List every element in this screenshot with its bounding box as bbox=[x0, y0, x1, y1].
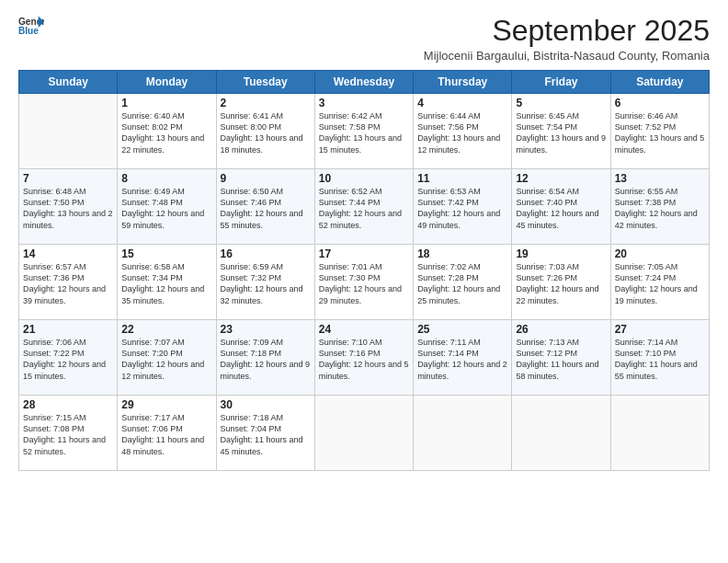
day-number: 23 bbox=[221, 323, 311, 336]
table-row: 24Sunrise: 7:10 AM Sunset: 7:16 PM Dayli… bbox=[314, 320, 413, 396]
table-row: 30Sunrise: 7:18 AM Sunset: 7:04 PM Dayli… bbox=[216, 396, 314, 471]
day-number: 17 bbox=[319, 247, 409, 260]
calendar-row: 14Sunrise: 6:57 AM Sunset: 7:36 PM Dayli… bbox=[19, 245, 710, 320]
day-info: Sunrise: 6:52 AM Sunset: 7:44 PM Dayligh… bbox=[319, 186, 409, 231]
table-row: 12Sunrise: 6:54 AM Sunset: 7:40 PM Dayli… bbox=[512, 169, 610, 245]
day-number: 18 bbox=[417, 247, 507, 260]
logo: General Blue bbox=[18, 15, 44, 40]
table-row: 6Sunrise: 6:46 AM Sunset: 7:52 PM Daylig… bbox=[610, 94, 709, 169]
calendar-header-row: Sunday Monday Tuesday Wednesday Thursday… bbox=[19, 71, 710, 94]
day-info: Sunrise: 6:44 AM Sunset: 7:56 PM Dayligh… bbox=[417, 110, 507, 155]
col-wednesday: Wednesday bbox=[314, 71, 413, 94]
col-sunday: Sunday bbox=[19, 71, 118, 94]
day-number: 26 bbox=[516, 323, 606, 336]
day-number: 22 bbox=[121, 323, 211, 336]
table-row: 16Sunrise: 6:59 AM Sunset: 7:32 PM Dayli… bbox=[216, 245, 314, 320]
day-number: 21 bbox=[23, 323, 113, 336]
table-row: 5Sunrise: 6:45 AM Sunset: 7:54 PM Daylig… bbox=[512, 94, 610, 169]
table-row: 21Sunrise: 7:06 AM Sunset: 7:22 PM Dayli… bbox=[19, 320, 118, 396]
day-number: 7 bbox=[23, 172, 113, 185]
day-info: Sunrise: 7:11 AM Sunset: 7:14 PM Dayligh… bbox=[417, 337, 507, 382]
day-info: Sunrise: 6:50 AM Sunset: 7:46 PM Dayligh… bbox=[221, 186, 311, 231]
day-number: 3 bbox=[319, 97, 409, 109]
table-row: 11Sunrise: 6:53 AM Sunset: 7:42 PM Dayli… bbox=[414, 169, 512, 245]
table-row: 1Sunrise: 6:40 AM Sunset: 8:02 PM Daylig… bbox=[118, 94, 216, 169]
day-info: Sunrise: 7:15 AM Sunset: 7:08 PM Dayligh… bbox=[23, 412, 113, 457]
subtitle: Mijlocenii Bargaului, Bistrita-Nasaud Co… bbox=[424, 49, 710, 63]
table-row: 10Sunrise: 6:52 AM Sunset: 7:44 PM Dayli… bbox=[314, 169, 413, 245]
table-row: 17Sunrise: 7:01 AM Sunset: 7:30 PM Dayli… bbox=[314, 245, 413, 320]
day-info: Sunrise: 7:03 AM Sunset: 7:26 PM Dayligh… bbox=[516, 261, 606, 306]
day-number: 30 bbox=[221, 398, 311, 411]
table-row: 14Sunrise: 6:57 AM Sunset: 7:36 PM Dayli… bbox=[19, 245, 118, 320]
day-number: 2 bbox=[221, 97, 311, 109]
table-row: 25Sunrise: 7:11 AM Sunset: 7:14 PM Dayli… bbox=[414, 320, 512, 396]
day-info: Sunrise: 6:58 AM Sunset: 7:34 PM Dayligh… bbox=[121, 261, 211, 306]
logo-icon: General Blue bbox=[18, 15, 44, 40]
day-info: Sunrise: 6:48 AM Sunset: 7:50 PM Dayligh… bbox=[23, 186, 113, 231]
table-row: 3Sunrise: 6:42 AM Sunset: 7:58 PM Daylig… bbox=[314, 94, 413, 169]
col-tuesday: Tuesday bbox=[216, 71, 314, 94]
day-number: 19 bbox=[516, 247, 606, 260]
day-info: Sunrise: 6:41 AM Sunset: 8:00 PM Dayligh… bbox=[221, 110, 311, 155]
table-row: 23Sunrise: 7:09 AM Sunset: 7:18 PM Dayli… bbox=[216, 320, 314, 396]
day-info: Sunrise: 6:46 AM Sunset: 7:52 PM Dayligh… bbox=[615, 110, 705, 155]
calendar-row: 28Sunrise: 7:15 AM Sunset: 7:08 PM Dayli… bbox=[19, 396, 710, 471]
day-info: Sunrise: 6:45 AM Sunset: 7:54 PM Dayligh… bbox=[516, 110, 606, 155]
table-row bbox=[414, 396, 512, 471]
table-row: 9Sunrise: 6:50 AM Sunset: 7:46 PM Daylig… bbox=[216, 169, 314, 245]
day-number: 20 bbox=[615, 247, 705, 260]
calendar-row: 1Sunrise: 6:40 AM Sunset: 8:02 PM Daylig… bbox=[19, 94, 710, 169]
day-info: Sunrise: 6:57 AM Sunset: 7:36 PM Dayligh… bbox=[23, 261, 113, 306]
day-number: 25 bbox=[417, 323, 507, 336]
day-info: Sunrise: 7:01 AM Sunset: 7:30 PM Dayligh… bbox=[319, 261, 409, 306]
col-friday: Friday bbox=[512, 71, 610, 94]
day-info: Sunrise: 7:06 AM Sunset: 7:22 PM Dayligh… bbox=[23, 337, 113, 382]
table-row: 26Sunrise: 7:13 AM Sunset: 7:12 PM Dayli… bbox=[512, 320, 610, 396]
svg-text:Blue: Blue bbox=[18, 26, 39, 36]
day-info: Sunrise: 6:59 AM Sunset: 7:32 PM Dayligh… bbox=[221, 261, 311, 306]
table-row: 8Sunrise: 6:49 AM Sunset: 7:48 PM Daylig… bbox=[118, 169, 216, 245]
day-number: 12 bbox=[516, 172, 606, 185]
day-info: Sunrise: 6:49 AM Sunset: 7:48 PM Dayligh… bbox=[121, 186, 211, 231]
day-number: 4 bbox=[417, 97, 507, 109]
day-info: Sunrise: 6:55 AM Sunset: 7:38 PM Dayligh… bbox=[615, 186, 705, 231]
day-number: 16 bbox=[221, 247, 311, 260]
calendar-row: 7Sunrise: 6:48 AM Sunset: 7:50 PM Daylig… bbox=[19, 169, 710, 245]
table-row: 29Sunrise: 7:17 AM Sunset: 7:06 PM Dayli… bbox=[118, 396, 216, 471]
table-row: 18Sunrise: 7:02 AM Sunset: 7:28 PM Dayli… bbox=[414, 245, 512, 320]
day-info: Sunrise: 7:18 AM Sunset: 7:04 PM Dayligh… bbox=[221, 412, 311, 457]
day-number: 9 bbox=[221, 172, 311, 185]
table-row bbox=[512, 396, 610, 471]
table-row: 20Sunrise: 7:05 AM Sunset: 7:24 PM Dayli… bbox=[610, 245, 709, 320]
col-monday: Monday bbox=[118, 71, 216, 94]
month-title: September 2025 bbox=[424, 15, 710, 47]
col-saturday: Saturday bbox=[610, 71, 709, 94]
day-info: Sunrise: 7:17 AM Sunset: 7:06 PM Dayligh… bbox=[121, 412, 211, 457]
day-number: 28 bbox=[23, 398, 113, 411]
day-info: Sunrise: 6:42 AM Sunset: 7:58 PM Dayligh… bbox=[319, 110, 409, 155]
table-row: 19Sunrise: 7:03 AM Sunset: 7:26 PM Dayli… bbox=[512, 245, 610, 320]
day-number: 13 bbox=[615, 172, 705, 185]
day-info: Sunrise: 6:40 AM Sunset: 8:02 PM Dayligh… bbox=[121, 110, 211, 155]
day-info: Sunrise: 7:07 AM Sunset: 7:20 PM Dayligh… bbox=[121, 337, 211, 382]
table-row bbox=[19, 94, 118, 169]
day-number: 15 bbox=[121, 247, 211, 260]
title-block: September 2025 Mijlocenii Bargaului, Bis… bbox=[424, 15, 710, 63]
day-info: Sunrise: 6:54 AM Sunset: 7:40 PM Dayligh… bbox=[516, 186, 606, 231]
calendar-row: 21Sunrise: 7:06 AM Sunset: 7:22 PM Dayli… bbox=[19, 320, 710, 396]
header: General Blue September 2025 Mijlocenii B… bbox=[18, 15, 710, 63]
day-number: 8 bbox=[121, 172, 211, 185]
col-thursday: Thursday bbox=[414, 71, 512, 94]
day-number: 29 bbox=[121, 398, 211, 411]
page: General Blue September 2025 Mijlocenii B… bbox=[0, 0, 728, 563]
table-row: 13Sunrise: 6:55 AM Sunset: 7:38 PM Dayli… bbox=[610, 169, 709, 245]
day-info: Sunrise: 6:53 AM Sunset: 7:42 PM Dayligh… bbox=[417, 186, 507, 231]
day-number: 10 bbox=[319, 172, 409, 185]
day-info: Sunrise: 7:05 AM Sunset: 7:24 PM Dayligh… bbox=[615, 261, 705, 306]
day-info: Sunrise: 7:09 AM Sunset: 7:18 PM Dayligh… bbox=[221, 337, 311, 382]
table-row: 27Sunrise: 7:14 AM Sunset: 7:10 PM Dayli… bbox=[610, 320, 709, 396]
day-info: Sunrise: 7:02 AM Sunset: 7:28 PM Dayligh… bbox=[417, 261, 507, 306]
day-number: 11 bbox=[417, 172, 507, 185]
day-number: 24 bbox=[319, 323, 409, 336]
